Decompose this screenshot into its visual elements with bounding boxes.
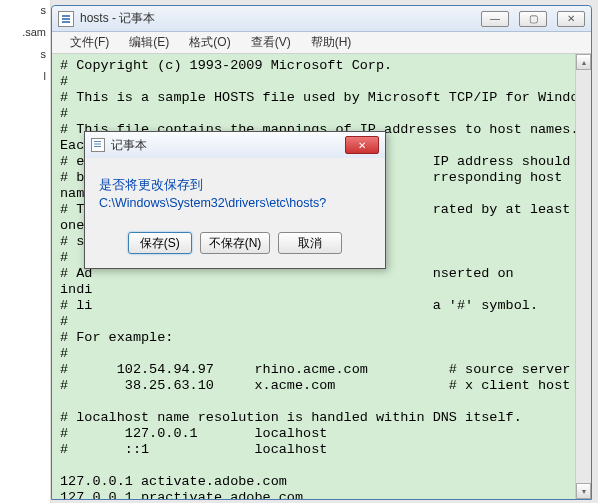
- menu-file[interactable]: 文件(F): [60, 32, 119, 53]
- scroll-down-button[interactable]: ▾: [576, 483, 591, 499]
- dialog-message-line2: C:\Windows\System32\drivers\etc\hosts?: [99, 196, 326, 210]
- cancel-button[interactable]: 取消: [278, 232, 342, 254]
- notepad-icon: [91, 138, 105, 152]
- scroll-up-button[interactable]: ▴: [576, 54, 591, 70]
- save-dialog: 记事本 ✕ 是否将更改保存到 C:\Windows\System32\drive…: [84, 131, 386, 269]
- dialog-message: 是否将更改保存到 C:\Windows\System32\drivers\etc…: [99, 176, 371, 212]
- editor-area: # Copyright (c) 1993-2009 Microsoft Corp…: [52, 54, 591, 499]
- dialog-message-line1: 是否将更改保存到: [99, 178, 203, 192]
- file-item[interactable]: l: [2, 70, 48, 82]
- file-item[interactable]: s: [2, 48, 48, 60]
- menubar: 文件(F) 编辑(E) 格式(O) 查看(V) 帮助(H): [52, 32, 591, 54]
- minimize-button[interactable]: —: [481, 11, 509, 27]
- maximize-button[interactable]: ▢: [519, 11, 547, 27]
- close-button[interactable]: ✕: [557, 11, 585, 27]
- vertical-scrollbar[interactable]: ▴ ▾: [575, 54, 591, 499]
- save-button[interactable]: 保存(S): [128, 232, 192, 254]
- menu-edit[interactable]: 编辑(E): [119, 32, 179, 53]
- text-content[interactable]: # Copyright (c) 1993-2009 Microsoft Corp…: [54, 54, 575, 499]
- window-title: hosts - 记事本: [80, 10, 155, 27]
- explorer-panel: s .sam s l: [0, 0, 51, 503]
- dialog-titlebar[interactable]: 记事本 ✕: [85, 132, 385, 158]
- file-item[interactable]: .sam: [2, 26, 48, 38]
- dialog-body: 是否将更改保存到 C:\Windows\System32\drivers\etc…: [85, 158, 385, 222]
- dialog-title: 记事本: [111, 137, 147, 154]
- menu-view[interactable]: 查看(V): [241, 32, 301, 53]
- dialog-close-button[interactable]: ✕: [345, 136, 379, 154]
- dialog-button-row: 保存(S) 不保存(N) 取消: [85, 222, 385, 268]
- titlebar[interactable]: hosts - 记事本 — ▢ ✕: [52, 6, 591, 32]
- notepad-icon: [58, 11, 74, 27]
- menu-format[interactable]: 格式(O): [179, 32, 240, 53]
- dont-save-button[interactable]: 不保存(N): [200, 232, 271, 254]
- menu-help[interactable]: 帮助(H): [301, 32, 362, 53]
- file-item[interactable]: s: [2, 4, 48, 16]
